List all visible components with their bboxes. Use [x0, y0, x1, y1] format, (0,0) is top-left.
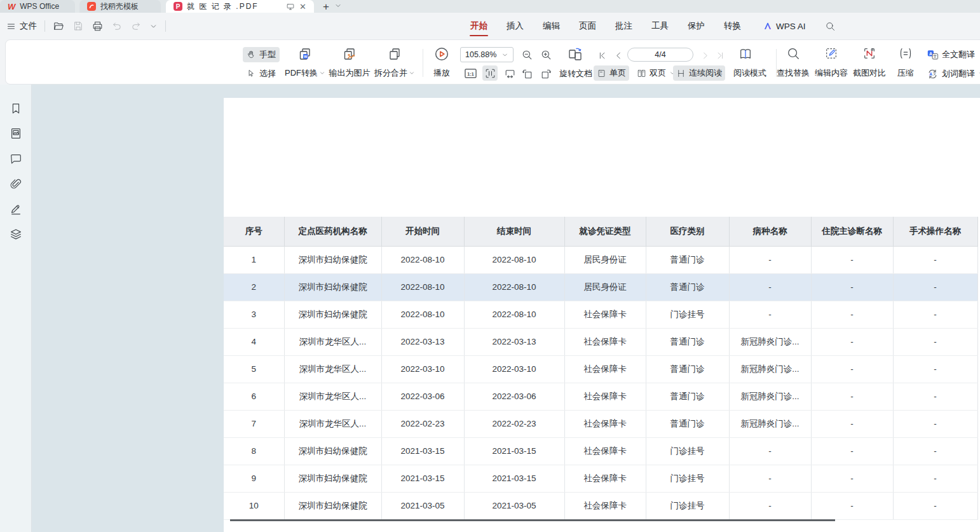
table-cell: 7: [224, 410, 284, 437]
word-translate-button[interactable]: A文 划词翻译: [923, 66, 980, 81]
rotate-right-button[interactable]: [538, 66, 554, 81]
print-icon[interactable]: [92, 20, 104, 32]
page-number-input[interactable]: 4/4: [627, 48, 693, 62]
bookmark-icon[interactable]: [9, 102, 23, 116]
document-view[interactable]: 序号定点医药机构名称开始时间结束时间就诊凭证类型医疗类别病种名称住院主诊断名称手…: [32, 85, 980, 532]
table-cell: -: [811, 273, 893, 301]
read-mode-button[interactable]: 阅读模式: [730, 65, 770, 81]
rotate-left-button[interactable]: [519, 66, 534, 81]
redo-icon[interactable]: [130, 20, 142, 32]
split-merge-label: 拆分合并: [374, 67, 407, 79]
table-row[interactable]: 2深圳市妇幼保健院2022-08-102022-08-10居民身份证普通门诊--…: [224, 273, 977, 301]
menu-item-protect[interactable]: 保护: [688, 20, 705, 32]
tab-home-label: WPS Office: [20, 2, 59, 11]
table-cell: -: [811, 437, 893, 465]
menu-item-convert[interactable]: 转换: [724, 20, 741, 32]
wps-ai-button[interactable]: WPS AI: [763, 22, 806, 31]
double-page-icon: [637, 69, 646, 78]
hand-icon: [246, 50, 256, 60]
table-row[interactable]: 1深圳市妇幼保健院2022-08-102022-08-10居民身份证普通门诊--…: [224, 246, 977, 273]
menu-item-tools[interactable]: 工具: [651, 20, 669, 32]
table-cell: -: [729, 301, 811, 328]
table-row[interactable]: 10深圳市妇幼保健院2021-03-052021-03-05社会保障卡门诊挂号-…: [224, 492, 977, 519]
table-cell: 门诊挂号: [646, 492, 729, 519]
table-row[interactable]: 6深圳市龙华区人...2022-03-062022-03-06社会保障卡普通门诊…: [224, 383, 977, 410]
attachment-icon[interactable]: [9, 177, 23, 191]
open-folder-icon[interactable]: [53, 20, 65, 32]
tab-wps-home[interactable]: W WPS Office: [0, 0, 75, 13]
screenshot-compare-button[interactable]: 截图对比: [848, 44, 890, 80]
split-merge-button[interactable]: 拆分合并: [369, 44, 421, 80]
zoom-in-button[interactable]: [538, 47, 554, 62]
table-row[interactable]: 5深圳市龙华区人...2022-03-102022-03-10社会保障卡普通门诊…: [224, 355, 977, 383]
table-body: 1深圳市妇幼保健院2022-08-102022-08-10居民身份证普通门诊--…: [224, 246, 977, 519]
compress-button[interactable]: 压缩: [889, 44, 922, 80]
save-icon[interactable]: [72, 20, 84, 32]
last-page-button[interactable]: [712, 48, 728, 63]
table-cell: -: [893, 492, 977, 519]
table-row[interactable]: 4深圳市龙华区人...2022-03-132022-03-13社会保障卡普通门诊…: [224, 328, 977, 355]
tab-document-active[interactable]: P 就 医 记 录 .PDF ✕: [166, 0, 314, 13]
table-cell: 社会保障卡: [564, 301, 646, 328]
new-tab-button[interactable]: +: [323, 1, 329, 12]
tab-list-chevron-icon[interactable]: [334, 1, 342, 12]
word-translate-label: 划词翻译: [942, 68, 975, 79]
window-chrome: W WPS Office 找稻壳模板 P 就 医 记 录 .PDF ✕ +: [0, 0, 980, 85]
fit-width-button[interactable]: [502, 65, 517, 81]
tab-docer-templates[interactable]: 找稻壳模板: [79, 0, 161, 13]
continuous-read-button[interactable]: 连续阅读: [673, 65, 725, 81]
fit-page-button[interactable]: [482, 65, 498, 81]
table-cell: -: [893, 273, 977, 301]
menu-bar: 文件 开始 插入 编辑 页面 批注 工具 保护 转换: [0, 13, 980, 39]
menu-item-home[interactable]: 开始: [470, 20, 487, 32]
double-page-button[interactable]: 双页: [634, 65, 679, 81]
signature-icon[interactable]: [9, 202, 23, 216]
previous-page-button[interactable]: [611, 48, 626, 63]
table-cell: 2021-03-15: [381, 437, 464, 465]
select-tool-button[interactable]: 选择: [243, 66, 280, 81]
thumbnail-icon[interactable]: [9, 126, 23, 140]
full-text-translate-button[interactable]: A文 全文翻译: [923, 47, 978, 62]
layers-icon[interactable]: [9, 228, 23, 242]
quick-access-chevron-icon[interactable]: [149, 22, 158, 31]
file-menu-button[interactable]: 文件: [6, 20, 37, 32]
last-page-icon: [716, 51, 725, 60]
svg-text:文: 文: [933, 72, 937, 76]
divider: [423, 49, 423, 77]
zoom-out-button[interactable]: [519, 47, 534, 62]
menu-item-edit[interactable]: 编辑: [543, 20, 560, 32]
table-row[interactable]: 8深圳市妇幼保健院2021-03-152021-03-15社会保障卡门诊挂号--…: [224, 437, 977, 465]
menu-item-insert[interactable]: 插入: [507, 20, 524, 32]
next-page-button[interactable]: [697, 48, 712, 63]
close-tab-icon[interactable]: ✕: [299, 2, 306, 11]
actual-size-button[interactable]: 1:1: [463, 65, 478, 81]
table-cell: 普通门诊: [646, 328, 729, 355]
rotate-document-button[interactable]: 旋转文档: [556, 66, 595, 81]
zoom-level-select[interactable]: 105.88%: [460, 47, 514, 62]
replace-pages-button[interactable]: [566, 46, 584, 62]
comment-icon[interactable]: [9, 152, 23, 166]
undo-icon[interactable]: [111, 20, 123, 32]
table-row[interactable]: 9深圳市妇幼保健院2021-03-152021-03-15社会保障卡门诊挂号--…: [224, 465, 977, 492]
table-cell: 2022-08-10: [464, 273, 564, 301]
monitor-icon: [286, 3, 295, 11]
edit-content-button[interactable]: 编辑内容: [810, 44, 852, 80]
one-to-one-icon: 1:1: [464, 67, 477, 79]
table-cell: 社会保障卡: [564, 437, 646, 465]
docer-icon: [87, 2, 96, 11]
menu-item-comment[interactable]: 批注: [615, 20, 632, 32]
hand-tool-button[interactable]: 手型: [243, 47, 280, 62]
play-button[interactable]: 播放: [428, 44, 456, 80]
find-replace-button[interactable]: 查找替换: [772, 44, 814, 80]
table-cell: 社会保障卡: [564, 383, 646, 410]
table-row[interactable]: 3深圳市妇幼保健院2022-08-102022-08-10社会保障卡门诊挂号--…: [224, 301, 977, 328]
first-page-button[interactable]: [594, 48, 609, 63]
table-row[interactable]: 7深圳市龙华区人...2022-02-232022-02-23社会保障卡普通门诊…: [224, 410, 977, 437]
menu-item-page[interactable]: 页面: [579, 20, 596, 32]
single-page-button[interactable]: 单页: [594, 65, 629, 81]
table-cell: -: [729, 492, 811, 519]
continuous-scroll-icon: [676, 69, 686, 78]
search-icon[interactable]: [825, 21, 836, 32]
zoom-in-icon: [540, 49, 552, 61]
reading-layout-button[interactable]: [738, 46, 753, 62]
